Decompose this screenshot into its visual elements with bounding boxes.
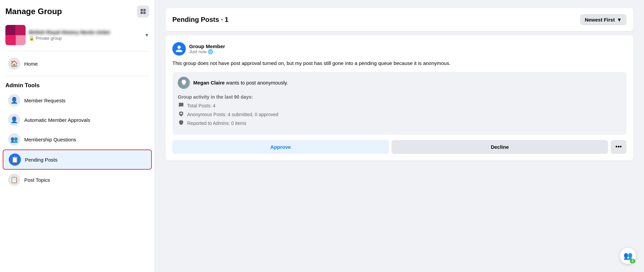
anon-action: wants to post anonymously. bbox=[225, 80, 288, 86]
post-topics-icon: 📋 bbox=[8, 174, 20, 186]
lock-icon: 🔒 bbox=[29, 36, 34, 41]
post-body: This group does not have post approval t… bbox=[172, 60, 626, 67]
divider-2 bbox=[5, 76, 149, 76]
anon-avatar bbox=[178, 77, 190, 89]
group-name: British Royal History Nerds Unite! bbox=[29, 29, 141, 35]
layout-icon bbox=[140, 8, 146, 15]
sidebar-item-post-topics[interactable]: 📋 Post Topics bbox=[3, 170, 152, 189]
anon-header: Megan Claire wants to post anonymously. bbox=[178, 77, 621, 89]
group-avatar bbox=[5, 25, 26, 45]
activity-item-anon-posts: Anonymous Posts: 4 submitted, 0 approved bbox=[178, 111, 621, 118]
globe-icon: 🌐 bbox=[208, 49, 213, 54]
author-avatar bbox=[172, 42, 186, 56]
chat-icon bbox=[178, 102, 184, 109]
sidebar-item-pending-posts-label: Pending Posts bbox=[25, 157, 58, 163]
sort-dropdown[interactable]: Newest First ▼ bbox=[580, 14, 626, 25]
chat-badge: 0 bbox=[630, 259, 635, 263]
sidebar-item-auto-approvals-label: Automatic Member Approvals bbox=[24, 117, 90, 123]
activity-reported: Reported to Admins: 0 items bbox=[187, 121, 246, 126]
anon-posts-icon bbox=[178, 111, 184, 118]
main-content: Pending Posts · 1 Newest First ▼ Group M… bbox=[155, 0, 644, 272]
approve-button[interactable]: Approve bbox=[172, 140, 389, 154]
author-meta: Just now 🌐 bbox=[189, 49, 626, 54]
svg-rect-0 bbox=[141, 9, 143, 11]
activity-section: Group activity in the last 90 days: Tota… bbox=[178, 93, 621, 130]
home-icon: 🏠 bbox=[8, 58, 20, 70]
sort-chevron-icon: ▼ bbox=[617, 17, 622, 23]
pending-posts-icon: 📋 bbox=[9, 154, 21, 166]
post-author: Group Member Just now 🌐 bbox=[172, 42, 626, 56]
post-actions: Approve Decline ••• bbox=[172, 140, 626, 154]
reported-icon bbox=[178, 120, 184, 127]
sidebar-item-member-requests[interactable]: 👤 Member Requests bbox=[3, 91, 152, 110]
activity-total-posts: Total Posts: 4 bbox=[187, 103, 215, 108]
group-member-icon bbox=[175, 45, 183, 53]
group-text: British Royal History Nerds Unite! 🔒 Pri… bbox=[29, 29, 141, 41]
post-card: Group Member Just now 🌐 This group does … bbox=[166, 35, 633, 161]
member-requests-icon: 👤 bbox=[8, 94, 20, 106]
floating-chat-button[interactable]: 👥 0 bbox=[620, 248, 636, 264]
group-info[interactable]: British Royal History Nerds Unite! 🔒 Pri… bbox=[0, 22, 155, 48]
svg-rect-1 bbox=[143, 9, 146, 11]
anon-person-icon bbox=[180, 79, 188, 87]
sidebar-item-auto-approvals[interactable]: 👤 Automatic Member Approvals bbox=[3, 110, 152, 129]
anon-card: Megan Claire wants to post anonymously. … bbox=[172, 72, 626, 135]
sort-label: Newest First bbox=[585, 17, 615, 23]
author-info: Group Member Just now 🌐 bbox=[189, 43, 626, 54]
sidebar-item-member-requests-label: Member Requests bbox=[24, 98, 66, 103]
sidebar-item-membership-questions-label: Membership Questions bbox=[24, 137, 76, 142]
sidebar-item-post-topics-label: Post Topics bbox=[24, 177, 50, 183]
group-privacy: 🔒 Private group bbox=[29, 36, 141, 41]
sidebar-icon-button[interactable] bbox=[137, 5, 149, 18]
anon-name: Megan Claire bbox=[193, 80, 225, 86]
activity-title: Group activity in the last 90 days: bbox=[178, 94, 621, 100]
anon-wants-to-post: Megan Claire wants to post anonymously. bbox=[193, 80, 288, 86]
group-dropdown-arrow[interactable]: ▼ bbox=[144, 32, 149, 38]
activity-item-total-posts: Total Posts: 4 bbox=[178, 102, 621, 109]
decline-button[interactable]: Decline bbox=[392, 140, 608, 154]
auto-approvals-icon: 👤 bbox=[8, 114, 20, 126]
sidebar-title: Manage Group bbox=[5, 7, 62, 16]
pending-posts-title: Pending Posts · 1 bbox=[172, 16, 229, 24]
sidebar-item-membership-questions[interactable]: 👥 Membership Questions bbox=[3, 130, 152, 149]
sidebar-item-pending-posts[interactable]: 📋 Pending Posts bbox=[3, 149, 152, 170]
activity-anon-posts: Anonymous Posts: 4 submitted, 0 approved bbox=[187, 112, 278, 117]
activity-item-reported: Reported to Admins: 0 items bbox=[178, 120, 621, 127]
svg-rect-2 bbox=[141, 12, 143, 14]
more-options-button[interactable]: ••• bbox=[611, 140, 626, 154]
pending-posts-header: Pending Posts · 1 Newest First ▼ bbox=[166, 8, 633, 31]
sidebar: Manage Group British Royal History Nerds… bbox=[0, 0, 155, 272]
admin-tools-label: Admin Tools bbox=[0, 79, 155, 90]
divider-1 bbox=[5, 51, 149, 52]
svg-rect-3 bbox=[143, 12, 146, 14]
sidebar-item-home[interactable]: 🏠 Home bbox=[3, 54, 152, 73]
sidebar-item-home-label: Home bbox=[24, 61, 38, 67]
membership-questions-icon: 👥 bbox=[8, 133, 20, 145]
author-name: Group Member bbox=[189, 43, 626, 49]
sidebar-header: Manage Group bbox=[0, 5, 155, 22]
